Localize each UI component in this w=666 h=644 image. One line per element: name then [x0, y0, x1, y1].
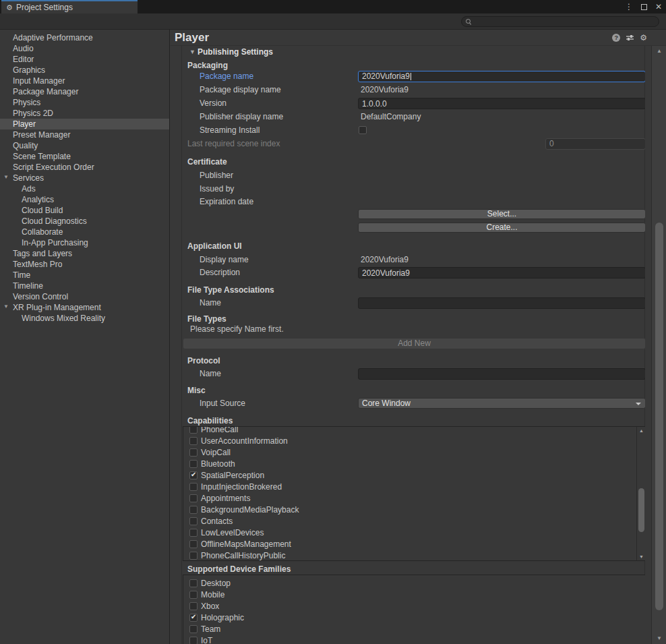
preset-icon[interactable]	[626, 34, 634, 42]
sidebar-item[interactable]: ▼ Scene Template	[0, 151, 169, 162]
capability-row[interactable]: VoipCall	[183, 446, 636, 458]
scroll-up-arrow-icon[interactable]: ▲	[652, 48, 666, 54]
capability-checkbox[interactable]	[189, 426, 198, 434]
sidebar-item[interactable]: ▼ Graphics	[0, 65, 169, 76]
certificate-select-button[interactable]: Select...	[358, 209, 645, 219]
capability-checkbox[interactable]	[189, 540, 198, 548]
capability-row[interactable]: Bluetooth	[183, 458, 636, 469]
sidebar-item[interactable]: ▼ Windows Mixed Reality	[0, 313, 169, 324]
add-new-button[interactable]: Add New	[183, 338, 645, 349]
device-family-row[interactable]: Xbox	[183, 600, 636, 612]
capability-row[interactable]: PhoneCall	[183, 426, 636, 435]
main-scroll-thumb[interactable]	[655, 223, 663, 610]
input-source-value: Core Window	[362, 399, 411, 408]
sidebar-item[interactable]: ▼ Preset Manager	[0, 129, 169, 140]
capability-checkbox[interactable]	[189, 506, 198, 514]
sidebar-item[interactable]: ▼ Editor	[0, 54, 169, 65]
sidebar-item[interactable]: ▼ Script Execution Order	[0, 162, 169, 173]
maximize-icon[interactable]	[641, 4, 647, 10]
sidebar-item[interactable]: ▼ Player	[0, 119, 169, 129]
sidebar-item[interactable]: ▼ TextMesh Pro	[0, 259, 169, 270]
window-menu-icon[interactable]: ⋮	[625, 3, 633, 11]
capability-checkbox[interactable]	[189, 552, 198, 560]
capability-checkbox[interactable]	[189, 483, 198, 491]
device-family-row[interactable]: Desktop	[183, 577, 636, 589]
device-family-checkbox[interactable]	[189, 591, 198, 599]
main-scrollbar[interactable]: ▲ ▼	[651, 46, 666, 644]
sidebar-item[interactable]: ▼ Package Manager	[0, 86, 169, 97]
sidebar-item[interactable]: ▼ Input Manager	[0, 76, 169, 86]
device-family-checkbox[interactable]	[189, 637, 198, 644]
capability-row[interactable]: UserAccountInformation	[183, 435, 636, 446]
capability-checkbox[interactable]	[189, 437, 198, 445]
sidebar-item[interactable]: ▼ Timeline	[0, 281, 169, 291]
capability-checkbox[interactable]	[189, 448, 198, 457]
close-icon[interactable]: ✕	[655, 3, 662, 11]
capability-row[interactable]: PhoneCallHistoryPublic	[183, 550, 636, 561]
certificate-create-button[interactable]: Create...	[358, 223, 645, 233]
search-input[interactable]	[475, 18, 655, 26]
tab-project-settings[interactable]: ⚙ Project Settings	[1, 0, 138, 13]
scroll-up-arrow-icon[interactable]: ▲	[638, 428, 644, 433]
capability-row[interactable]: LowLevelDevices	[183, 527, 636, 538]
capability-label: InputInjectionBrokered	[201, 482, 282, 492]
sidebar-item-label: Package Manager	[13, 87, 78, 96]
capability-label: UserAccountInformation	[201, 436, 288, 446]
capability-row[interactable]: InputInjectionBrokered	[183, 481, 636, 492]
sidebar-item[interactable]: ▼ Version Control	[0, 291, 169, 302]
input-source-dropdown[interactable]: Core Window	[358, 398, 645, 409]
package-name-field[interactable]: 2020Vuforia9	[358, 71, 645, 82]
sidebar-item[interactable]: ▼ Physics 2D	[0, 108, 169, 119]
sidebar-item[interactable]: ▼ Audio	[0, 43, 169, 54]
sidebar-item[interactable]: ▼ Tags and Layers	[0, 248, 169, 259]
capability-checkbox[interactable]	[189, 460, 198, 468]
capability-row[interactable]: SpatialPerception	[183, 469, 636, 481]
capability-checkbox[interactable]	[189, 529, 198, 537]
device-family-checkbox[interactable]	[189, 579, 198, 587]
capability-row[interactable]: Appointments	[183, 492, 636, 504]
streaming-install-checkbox[interactable]	[359, 126, 367, 134]
sidebar-item-label: XR Plug-in Management	[13, 303, 101, 312]
search-box[interactable]	[461, 16, 659, 27]
foldout-arrow-icon[interactable]: ▼	[3, 303, 9, 310]
application-ui-header: Application UI	[187, 241, 242, 252]
sidebar-item[interactable]: ▼ Analytics	[0, 194, 169, 205]
capabilities-scroll-thumb[interactable]	[638, 488, 644, 532]
capability-row[interactable]: Contacts	[183, 515, 636, 527]
version-field[interactable]	[358, 98, 645, 109]
sidebar-item[interactable]: ▼ Cloud Diagnostics	[0, 216, 169, 227]
panel-settings-gear-icon[interactable]: ⚙	[640, 34, 647, 42]
sidebar-item[interactable]: ▼ Time	[0, 270, 169, 281]
sidebar-item[interactable]: ▼ In-App Purchasing	[0, 237, 169, 248]
scroll-down-arrow-icon[interactable]: ▼	[652, 635, 666, 641]
sidebar-item[interactable]: ▼ Collaborate	[0, 227, 169, 237]
device-family-row[interactable]: IoT	[183, 635, 636, 644]
sidebar-item[interactable]: ▼ Physics	[0, 97, 169, 108]
device-family-row[interactable]: Team	[183, 623, 636, 635]
sidebar-item[interactable]: ▼ Quality	[0, 140, 169, 151]
fta-name-field[interactable]	[358, 297, 645, 309]
sidebar-item[interactable]: ▼ Cloud Build	[0, 205, 169, 216]
sidebar-item[interactable]: ▼ Ads	[0, 183, 169, 194]
foldout-arrow-icon[interactable]: ▼	[3, 174, 9, 180]
device-family-checkbox[interactable]	[189, 614, 198, 622]
description-field[interactable]	[358, 267, 645, 279]
sidebar-item[interactable]: ▼ Adaptive Performance	[0, 32, 169, 43]
protocol-name-field[interactable]	[358, 368, 645, 380]
help-icon[interactable]: ?	[612, 34, 620, 42]
capability-row[interactable]: OfflineMapsManagement	[183, 538, 636, 550]
device-family-checkbox[interactable]	[189, 602, 198, 610]
device-family-row[interactable]: Mobile	[183, 589, 636, 600]
capability-checkbox[interactable]	[189, 494, 198, 502]
device-family-checkbox[interactable]	[189, 625, 198, 633]
description-label: Description	[200, 267, 240, 279]
capabilities-scrollbar[interactable]: ▲ ▼	[636, 427, 645, 560]
capability-checkbox[interactable]	[189, 471, 198, 479]
capability-checkbox[interactable]	[189, 517, 198, 525]
device-family-row[interactable]: Holographic	[183, 612, 636, 623]
capability-row[interactable]: BackgroundMediaPlayback	[183, 504, 636, 515]
scroll-down-arrow-icon[interactable]: ▼	[638, 554, 644, 559]
publishing-settings-foldout[interactable]: ▼ Publishing Settings	[171, 46, 645, 58]
sidebar-item[interactable]: ▼ Services	[0, 173, 169, 183]
sidebar-item[interactable]: ▼ XR Plug-in Management	[0, 302, 169, 313]
